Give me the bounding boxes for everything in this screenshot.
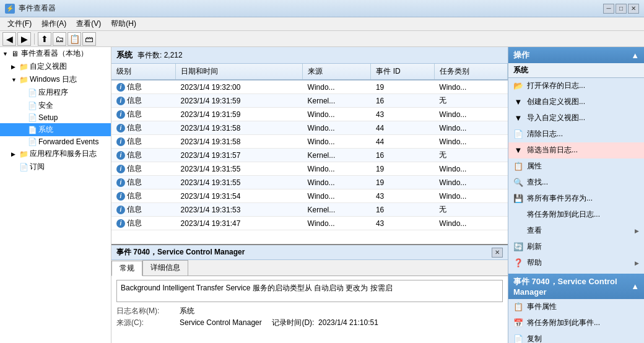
table-header-3[interactable]: 事件 ID (371, 64, 434, 80)
action-icon-import-custom: ▼ (513, 113, 523, 123)
detail-body: Background Intelligent Transfer Service … (111, 276, 508, 332)
table-row[interactable]: i信息2023/1/4 19:32:00Windo...19Windo... (111, 80, 508, 94)
tab-details[interactable]: 详细信息 (142, 260, 188, 276)
sidebar-item-setup[interactable]: 📄Setup (0, 112, 111, 123)
sidebar-icon-setup: 📄 (28, 113, 37, 122)
right-action-save-all[interactable]: 💾将所有事件另存为... (508, 191, 644, 207)
right-action-find[interactable]: 🔍查找... (508, 175, 644, 191)
main-layout: ▼🖥事件查看器（本地）▶📁自定义视图▼📁Windows 日志📄应用程序📄安全📄S… (0, 47, 644, 343)
right-action-clear-log[interactable]: 📄清除日志... (508, 126, 644, 142)
table-header-1[interactable]: 日期和时间 (176, 64, 303, 80)
sidebar-label-setup: Setup (38, 113, 58, 122)
back-button[interactable]: ◀ (2, 32, 16, 46)
table-row[interactable]: i信息2023/1/4 19:31:54Windo...43Windo... (111, 189, 508, 203)
right-action-properties[interactable]: 📋属性 (508, 158, 644, 175)
sidebar-icon-app-services-log: 📁 (19, 150, 28, 158)
sidebar-item-app-services-log[interactable]: ▶📁应用程序和服务日志 (0, 147, 111, 160)
cell-6-2: 19 (371, 162, 434, 176)
action-icon-properties: 📋 (513, 162, 523, 172)
sidebar-item-forwarded-events[interactable]: 📄Forwarded Events (0, 136, 111, 147)
right-event-action-attach-task-event[interactable]: 📅将任务附加到此事件... (508, 315, 644, 331)
table-row[interactable]: i信息2023/1/4 19:31:58Windo...44Windo... (111, 135, 508, 149)
action-label-create-custom: 创建自定义视图... (527, 97, 585, 107)
right-event-action-copy[interactable]: 📄复制 (508, 331, 644, 343)
action-label-open-saved: 打开保存的日志... (527, 80, 585, 91)
close-button[interactable]: ✕ (628, 4, 639, 14)
sidebar-item-security[interactable]: 📄安全 (0, 99, 111, 112)
detail-tabs: 常规 详细信息 (111, 260, 508, 276)
forward-button[interactable]: ▶ (17, 32, 31, 46)
cell-8-0: 2023/1/4 19:31:54 (176, 189, 303, 203)
toolbar-btn-3[interactable]: 📋 (67, 32, 81, 46)
sidebar-label-forwarded-events: Forwarded Events (38, 137, 98, 146)
cell-level-1: i信息 (111, 94, 176, 108)
cell-9-3: 无 (434, 203, 507, 217)
cell-level-6: i信息 (111, 162, 176, 176)
table-row[interactable]: i信息2023/1/4 19:31:53Kernel...16无 (111, 203, 508, 217)
table-row[interactable]: i信息2023/1/4 19:31:58Windo...44Windo... (111, 121, 508, 135)
action-label-view: 查看 (527, 225, 542, 236)
sidebar-icon-subscriptions: 📄 (19, 163, 28, 172)
action-icon-create-custom: ▼ (513, 97, 523, 107)
minimize-button[interactable]: ─ (603, 4, 614, 14)
right-action-filter-current[interactable]: ▼筛选当前日志... (508, 142, 644, 158)
action-icon-open-saved: 📂 (513, 81, 523, 91)
up-button[interactable]: ⬆ (38, 32, 51, 46)
level-icon-8: i (116, 192, 125, 201)
right-action-attach-task[interactable]: 将任务附加到此日志... (508, 207, 644, 223)
sidebar-icon-windows-log: 📁 (19, 76, 28, 84)
show-hide-button[interactable]: 🗂 (53, 32, 66, 46)
table-header-0[interactable]: 级别 (111, 64, 176, 80)
cell-0-0: 2023/1/4 19:32:00 (176, 80, 303, 94)
maximize-button[interactable]: □ (616, 4, 627, 14)
right-action-refresh[interactable]: 🔄刷新 (508, 239, 644, 255)
right-action-view[interactable]: 查看 ▶ (508, 223, 644, 239)
right-event-action-event-props[interactable]: 📋事件属性 (508, 299, 644, 315)
event-action-label-attach-task-event: 将任务附加到此事件... (527, 318, 600, 328)
event-table-container: 级别日期和时间来源事件 ID任务类别 i信息2023/1/4 19:32:00W… (111, 64, 508, 244)
sidebar-icon-application: 📄 (28, 89, 37, 97)
action-icon-clear-log: 📄 (513, 129, 523, 139)
table-row[interactable]: i信息2023/1/4 19:31:47Windo...43Windo... (111, 217, 508, 230)
toolbar-btn-4[interactable]: 🗃 (82, 32, 96, 46)
menu-item-v[interactable]: 查看(V) (71, 17, 106, 30)
sidebar-item-event-viewer[interactable]: ▼🖥事件查看器（本地） (0, 47, 111, 60)
menu-item-h[interactable]: 帮助(H) (106, 17, 141, 30)
menu-item-a[interactable]: 操作(A) (37, 17, 71, 30)
cell-2-1: Windo... (303, 108, 371, 121)
sidebar-item-application[interactable]: 📄应用程序 (0, 86, 111, 99)
table-row[interactable]: i信息2023/1/4 19:31:59Kernel...16无 (111, 94, 508, 108)
cell-3-0: 2023/1/4 19:31:58 (176, 121, 303, 135)
sidebar-item-windows-log[interactable]: ▼📁Windows 日志 (0, 73, 111, 86)
sidebar-item-subscriptions[interactable]: 📄订阅 (0, 160, 111, 173)
event-count: 事件数: 2,212 (137, 50, 183, 61)
detail-close-button[interactable]: ✕ (492, 248, 503, 258)
table-row[interactable]: i信息2023/1/4 19:31:55Windo...19Windo... (111, 162, 508, 176)
right-action-open-saved[interactable]: 📂打开保存的日志... (508, 78, 644, 94)
table-row[interactable]: i信息2023/1/4 19:31:57Kernel...16无 (111, 149, 508, 162)
sidebar-label-event-viewer: 事件查看器（本地） (21, 48, 88, 59)
right-event-section-header: 事件 7040，Service Control Manager ▲ (508, 274, 644, 299)
level-icon-5: i (116, 151, 125, 160)
level-icon-6: i (116, 165, 125, 173)
menu-item-f[interactable]: 文件(F) (2, 17, 37, 30)
right-action-help[interactable]: ❓帮助 ▶ (508, 255, 644, 271)
cell-9-2: 16 (371, 203, 434, 217)
right-action-create-custom[interactable]: ▼创建自定义视图... (508, 94, 644, 110)
table-header-2[interactable]: 来源 (303, 64, 371, 80)
title-bar-text: 事件查看器 (19, 3, 603, 14)
right-actions: 📂打开保存的日志...▼创建自定义视图...▼导入自定义视图...📄清除日志..… (508, 78, 644, 271)
event-action-icon-copy: 📄 (513, 334, 523, 344)
detail-header: 事件 7040，Service Control Manager ✕ (111, 245, 508, 260)
sidebar-label-windows-log: Windows 日志 (30, 74, 77, 85)
sidebar-item-custom-views[interactable]: ▶📁自定义视图 (0, 60, 111, 73)
sidebar-item-system[interactable]: 📄系统 (0, 123, 111, 136)
tab-general[interactable]: 常规 (111, 261, 142, 276)
cell-4-2: 44 (371, 135, 434, 149)
table-row[interactable]: i信息2023/1/4 19:31:59Windo...43Windo... (111, 108, 508, 121)
right-action-import-custom[interactable]: ▼导入自定义视图... (508, 110, 644, 126)
table-header-4[interactable]: 任务类别 (434, 64, 507, 80)
right-panel-title: 操作 (513, 50, 529, 61)
log-header: 系统 事件数: 2,212 (111, 47, 508, 64)
table-row[interactable]: i信息2023/1/4 19:31:55Windo...19Windo... (111, 176, 508, 189)
